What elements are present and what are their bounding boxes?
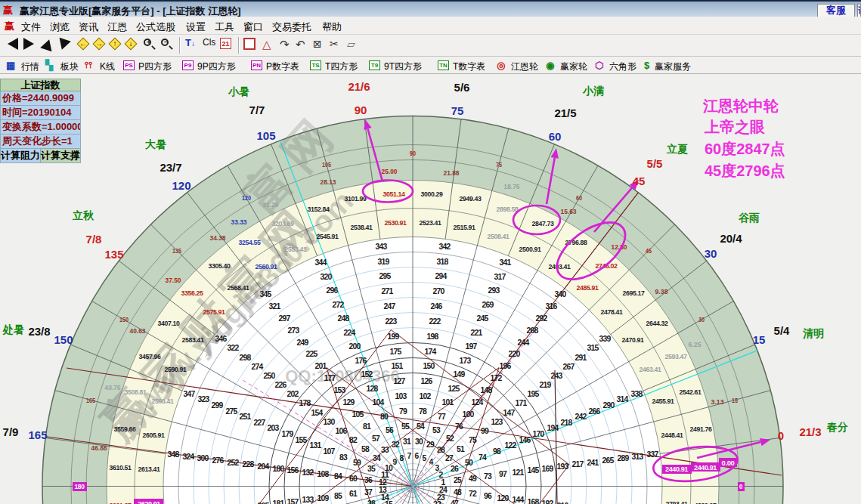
svg-text:6.25: 6.25 xyxy=(689,340,702,348)
svg-text:3305.40: 3305.40 xyxy=(209,261,231,270)
svg-text:3203.69: 3203.69 xyxy=(272,219,294,227)
svg-text:3000.29: 3000.29 xyxy=(421,190,443,198)
svg-text:135: 135 xyxy=(172,246,182,255)
svg-text:31: 31 xyxy=(403,437,411,446)
svg-text:340: 340 xyxy=(555,289,567,298)
svg-text:198: 198 xyxy=(427,332,439,341)
svg-text:128: 128 xyxy=(367,384,379,393)
svg-text:0.00: 0.00 xyxy=(722,459,735,467)
svg-text:3610.51: 3610.51 xyxy=(110,463,132,472)
svg-text:76: 76 xyxy=(455,422,463,431)
svg-text:250: 250 xyxy=(264,371,276,380)
svg-text:97: 97 xyxy=(499,469,507,478)
svg-text:196: 196 xyxy=(500,361,512,370)
svg-text:46.88: 46.88 xyxy=(91,444,107,452)
svg-text:102: 102 xyxy=(420,391,432,400)
svg-text:清明: 清明 xyxy=(803,327,824,339)
svg-text:348: 348 xyxy=(168,450,180,459)
svg-text:217: 217 xyxy=(572,459,584,468)
svg-text:293: 293 xyxy=(488,286,500,295)
svg-text:75: 75 xyxy=(469,435,477,444)
svg-text:90: 90 xyxy=(410,149,416,157)
svg-text:3101.99: 3101.99 xyxy=(345,194,367,203)
svg-text:145: 145 xyxy=(528,465,540,475)
svg-text:343: 343 xyxy=(376,242,388,251)
svg-text:小暑: 小暑 xyxy=(228,85,249,97)
svg-text:2593.47: 2593.47 xyxy=(665,352,687,360)
svg-text:77: 77 xyxy=(438,412,446,421)
svg-text:151: 151 xyxy=(392,361,404,370)
svg-text:2538.41: 2538.41 xyxy=(351,223,373,231)
svg-text:156: 156 xyxy=(287,465,299,475)
svg-text:126: 126 xyxy=(421,376,433,385)
svg-text:60: 60 xyxy=(549,130,562,143)
svg-text:323: 323 xyxy=(198,394,210,404)
svg-text:252: 252 xyxy=(228,458,240,467)
svg-text:2515.91: 2515.91 xyxy=(454,223,476,231)
svg-text:180: 180 xyxy=(75,482,85,490)
svg-text:82: 82 xyxy=(349,435,358,444)
svg-text:2644.32: 2644.32 xyxy=(646,319,668,327)
svg-text:2493.41: 2493.41 xyxy=(549,262,571,271)
svg-text:165: 165 xyxy=(86,396,96,404)
svg-text:150: 150 xyxy=(119,315,129,323)
svg-text:9.38: 9.38 xyxy=(655,287,668,295)
svg-text:154: 154 xyxy=(311,408,324,417)
svg-text:2583.41: 2583.41 xyxy=(182,335,205,344)
svg-text:241: 241 xyxy=(587,458,599,467)
svg-text:上帝之眼: 上帝之眼 xyxy=(704,119,765,135)
svg-text:35: 35 xyxy=(367,464,376,473)
svg-text:170: 170 xyxy=(533,429,545,438)
svg-text:立夏: 立夏 xyxy=(666,143,688,155)
svg-text:165: 165 xyxy=(28,428,47,441)
svg-text:294: 294 xyxy=(435,271,448,280)
svg-text:2590.91: 2590.91 xyxy=(165,365,187,373)
svg-text:28: 28 xyxy=(437,445,445,454)
svg-text:40.63: 40.63 xyxy=(130,326,146,335)
svg-text:31.25: 31.25 xyxy=(263,200,280,209)
svg-text:24: 24 xyxy=(439,485,448,494)
svg-text:5/6: 5/6 xyxy=(454,81,470,94)
svg-text:25.00: 25.00 xyxy=(382,167,398,175)
svg-text:246: 246 xyxy=(431,301,443,311)
svg-text:25: 25 xyxy=(454,475,462,484)
svg-text:267: 267 xyxy=(563,362,575,371)
svg-text:50: 50 xyxy=(465,458,473,467)
svg-text:30: 30 xyxy=(698,315,705,323)
svg-text:2847.73: 2847.73 xyxy=(532,219,554,227)
svg-text:18.75: 18.75 xyxy=(504,182,521,190)
svg-text:15.63: 15.63 xyxy=(561,207,577,215)
svg-text:15: 15 xyxy=(753,333,766,346)
svg-text:45度2796点: 45度2796点 xyxy=(705,162,785,179)
svg-text:QQ:100804366: QQ:100804366 xyxy=(285,366,400,385)
svg-text:2560.91: 2560.91 xyxy=(256,262,278,271)
svg-text:36: 36 xyxy=(364,475,373,484)
svg-text:2568.41: 2568.41 xyxy=(228,283,250,292)
svg-text:148: 148 xyxy=(481,385,493,394)
svg-text:2620.91: 2620.91 xyxy=(138,499,161,504)
svg-text:2598.41: 2598.41 xyxy=(152,397,175,405)
svg-text:4830.97: 4830.97 xyxy=(695,501,717,504)
svg-text:172: 172 xyxy=(491,373,503,382)
svg-text:153: 153 xyxy=(334,385,346,394)
svg-text:56: 56 xyxy=(386,425,394,434)
svg-text:270: 270 xyxy=(433,286,445,295)
svg-text:103: 103 xyxy=(395,391,407,400)
svg-text:21.88: 21.88 xyxy=(444,169,460,177)
svg-text:32: 32 xyxy=(392,440,400,449)
svg-text:298: 298 xyxy=(240,353,252,362)
svg-text:2440.91: 2440.91 xyxy=(694,463,717,472)
svg-text:30: 30 xyxy=(415,437,423,446)
svg-text:2491.76: 2491.76 xyxy=(690,425,712,433)
svg-text:193: 193 xyxy=(557,462,569,471)
svg-text:150: 150 xyxy=(54,333,73,346)
svg-text:177: 177 xyxy=(324,373,336,382)
svg-text:120: 120 xyxy=(497,493,509,502)
svg-text:265: 265 xyxy=(602,456,615,465)
svg-text:224: 224 xyxy=(344,328,356,337)
svg-text:74: 74 xyxy=(479,453,487,462)
svg-text:83: 83 xyxy=(339,453,348,462)
svg-text:57: 57 xyxy=(372,434,380,443)
svg-text:55: 55 xyxy=(401,422,410,431)
svg-text:225: 225 xyxy=(306,349,318,358)
